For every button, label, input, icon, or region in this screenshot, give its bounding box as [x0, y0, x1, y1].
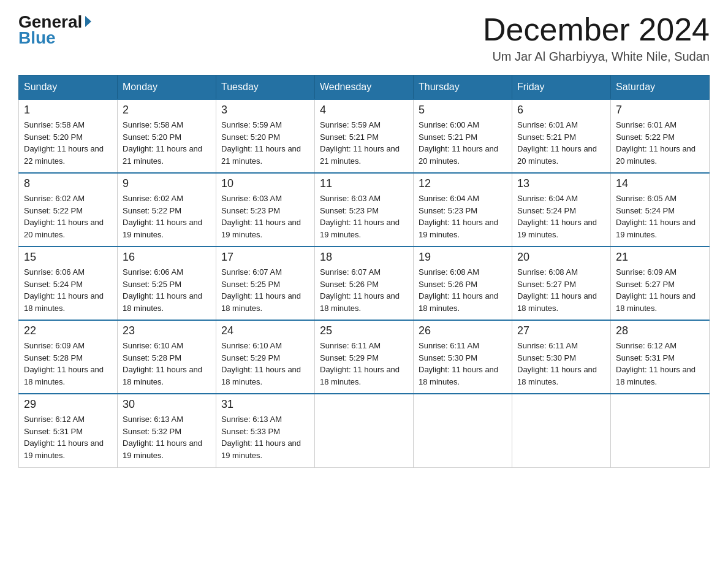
- day-info: Sunrise: 6:08 AMSunset: 5:27 PMDaylight:…: [517, 266, 605, 314]
- day-number: 24: [221, 324, 309, 337]
- col-header-monday: Monday: [118, 75, 216, 100]
- calendar-cell: 3Sunrise: 5:59 AMSunset: 5:20 PMDaylight…: [216, 99, 315, 173]
- day-info: Sunrise: 6:09 AMSunset: 5:27 PMDaylight:…: [616, 266, 704, 314]
- month-title: December 2024: [483, 12, 710, 47]
- week-row-4: 22Sunrise: 6:09 AMSunset: 5:28 PMDayligh…: [19, 320, 710, 394]
- day-number: 30: [123, 398, 211, 411]
- calendar-cell: 17Sunrise: 6:07 AMSunset: 5:25 PMDayligh…: [216, 247, 315, 320]
- calendar-cell: 5Sunrise: 6:00 AMSunset: 5:21 PMDaylight…: [414, 99, 512, 173]
- week-row-2: 8Sunrise: 6:02 AMSunset: 5:22 PMDaylight…: [19, 173, 710, 247]
- day-number: 4: [320, 104, 408, 117]
- calendar-header-row: SundayMondayTuesdayWednesdayThursdayFrid…: [19, 75, 710, 100]
- day-number: 22: [24, 324, 112, 337]
- day-info: Sunrise: 6:00 AMSunset: 5:21 PMDaylight:…: [419, 119, 507, 167]
- day-info: Sunrise: 5:58 AMSunset: 5:20 PMDaylight:…: [123, 119, 211, 167]
- day-info: Sunrise: 6:04 AMSunset: 5:24 PMDaylight:…: [517, 193, 605, 240]
- calendar-cell: 14Sunrise: 6:05 AMSunset: 5:24 PMDayligh…: [611, 173, 710, 247]
- col-header-sunday: Sunday: [19, 75, 118, 100]
- day-number: 8: [24, 177, 112, 190]
- calendar-cell: 15Sunrise: 6:06 AMSunset: 5:24 PMDayligh…: [19, 247, 118, 320]
- calendar-cell: 26Sunrise: 6:11 AMSunset: 5:30 PMDayligh…: [414, 320, 512, 394]
- day-info: Sunrise: 6:08 AMSunset: 5:26 PMDaylight:…: [419, 266, 507, 314]
- calendar-cell: 30Sunrise: 6:13 AMSunset: 5:32 PMDayligh…: [118, 394, 216, 467]
- day-number: 25: [320, 324, 408, 337]
- day-info: Sunrise: 6:11 AMSunset: 5:30 PMDaylight:…: [517, 340, 605, 388]
- week-row-1: 1Sunrise: 5:58 AMSunset: 5:20 PMDaylight…: [19, 99, 710, 173]
- day-info: Sunrise: 6:03 AMSunset: 5:23 PMDaylight:…: [320, 193, 408, 240]
- day-info: Sunrise: 6:10 AMSunset: 5:29 PMDaylight:…: [221, 340, 309, 388]
- calendar-table: SundayMondayTuesdayWednesdayThursdayFrid…: [18, 75, 710, 468]
- day-number: 7: [616, 104, 704, 117]
- calendar-cell: 31Sunrise: 6:13 AMSunset: 5:33 PMDayligh…: [216, 394, 315, 467]
- day-number: 23: [123, 324, 211, 337]
- day-number: 10: [221, 177, 309, 190]
- day-info: Sunrise: 6:10 AMSunset: 5:28 PMDaylight:…: [123, 340, 211, 388]
- logo-arrow-icon: [85, 16, 91, 27]
- logo-blue: Blue: [18, 28, 56, 48]
- day-number: 14: [616, 177, 704, 190]
- day-number: 20: [517, 251, 605, 264]
- calendar-cell: 13Sunrise: 6:04 AMSunset: 5:24 PMDayligh…: [512, 173, 611, 247]
- day-info: Sunrise: 6:09 AMSunset: 5:28 PMDaylight:…: [24, 340, 112, 388]
- calendar-cell: 22Sunrise: 6:09 AMSunset: 5:28 PMDayligh…: [19, 320, 118, 394]
- day-info: Sunrise: 6:04 AMSunset: 5:23 PMDaylight:…: [419, 193, 507, 240]
- col-header-thursday: Thursday: [414, 75, 512, 100]
- calendar-cell: 16Sunrise: 6:06 AMSunset: 5:25 PMDayligh…: [118, 247, 216, 320]
- col-header-saturday: Saturday: [611, 75, 710, 100]
- day-number: 11: [320, 177, 408, 190]
- title-section: December 2024 Um Jar Al Gharbiyya, White…: [483, 12, 710, 64]
- day-info: Sunrise: 6:05 AMSunset: 5:24 PMDaylight:…: [616, 193, 704, 240]
- day-number: 21: [616, 251, 704, 264]
- calendar-cell: 1Sunrise: 5:58 AMSunset: 5:20 PMDaylight…: [19, 99, 118, 173]
- day-number: 31: [221, 398, 309, 411]
- calendar-cell: 18Sunrise: 6:07 AMSunset: 5:26 PMDayligh…: [315, 247, 414, 320]
- day-info: Sunrise: 5:59 AMSunset: 5:20 PMDaylight:…: [221, 119, 309, 167]
- day-info: Sunrise: 6:06 AMSunset: 5:25 PMDaylight:…: [123, 266, 211, 314]
- day-info: Sunrise: 6:07 AMSunset: 5:25 PMDaylight:…: [221, 266, 309, 314]
- calendar-cell: 6Sunrise: 6:01 AMSunset: 5:21 PMDaylight…: [512, 99, 611, 173]
- calendar-cell: 23Sunrise: 6:10 AMSunset: 5:28 PMDayligh…: [118, 320, 216, 394]
- day-info: Sunrise: 6:11 AMSunset: 5:30 PMDaylight:…: [419, 340, 507, 388]
- day-info: Sunrise: 6:01 AMSunset: 5:22 PMDaylight:…: [616, 119, 704, 167]
- day-number: 5: [419, 104, 507, 117]
- day-number: 12: [419, 177, 507, 190]
- day-info: Sunrise: 6:02 AMSunset: 5:22 PMDaylight:…: [123, 193, 211, 240]
- calendar-cell: 28Sunrise: 6:12 AMSunset: 5:31 PMDayligh…: [611, 320, 710, 394]
- calendar-cell: [315, 394, 414, 467]
- day-number: 2: [123, 104, 211, 117]
- calendar-cell: 24Sunrise: 6:10 AMSunset: 5:29 PMDayligh…: [216, 320, 315, 394]
- col-header-tuesday: Tuesday: [216, 75, 315, 100]
- day-info: Sunrise: 6:02 AMSunset: 5:22 PMDaylight:…: [24, 193, 112, 240]
- calendar-cell: 4Sunrise: 5:59 AMSunset: 5:21 PMDaylight…: [315, 99, 414, 173]
- day-number: 13: [517, 177, 605, 190]
- day-info: Sunrise: 6:12 AMSunset: 5:31 PMDaylight:…: [616, 340, 704, 388]
- day-info: Sunrise: 6:06 AMSunset: 5:24 PMDaylight:…: [24, 266, 112, 314]
- logo: General Blue: [18, 12, 91, 48]
- week-row-5: 29Sunrise: 6:12 AMSunset: 5:31 PMDayligh…: [19, 394, 710, 467]
- day-info: Sunrise: 6:13 AMSunset: 5:32 PMDaylight:…: [123, 413, 211, 461]
- day-info: Sunrise: 5:58 AMSunset: 5:20 PMDaylight:…: [24, 119, 112, 167]
- day-number: 15: [24, 251, 112, 264]
- col-header-friday: Friday: [512, 75, 611, 100]
- week-row-3: 15Sunrise: 6:06 AMSunset: 5:24 PMDayligh…: [19, 247, 710, 320]
- day-number: 1: [24, 104, 112, 117]
- day-number: 9: [123, 177, 211, 190]
- day-number: 18: [320, 251, 408, 264]
- day-info: Sunrise: 6:11 AMSunset: 5:29 PMDaylight:…: [320, 340, 408, 388]
- calendar-cell: 29Sunrise: 6:12 AMSunset: 5:31 PMDayligh…: [19, 394, 118, 467]
- calendar-cell: 10Sunrise: 6:03 AMSunset: 5:23 PMDayligh…: [216, 173, 315, 247]
- calendar-cell: 7Sunrise: 6:01 AMSunset: 5:22 PMDaylight…: [611, 99, 710, 173]
- calendar-cell: [512, 394, 611, 467]
- calendar-cell: [414, 394, 512, 467]
- day-info: Sunrise: 6:12 AMSunset: 5:31 PMDaylight:…: [24, 413, 112, 461]
- day-info: Sunrise: 5:59 AMSunset: 5:21 PMDaylight:…: [320, 119, 408, 167]
- calendar-cell: 19Sunrise: 6:08 AMSunset: 5:26 PMDayligh…: [414, 247, 512, 320]
- calendar-cell: 27Sunrise: 6:11 AMSunset: 5:30 PMDayligh…: [512, 320, 611, 394]
- col-header-wednesday: Wednesday: [315, 75, 414, 100]
- calendar-cell: [611, 394, 710, 467]
- day-number: 17: [221, 251, 309, 264]
- calendar-cell: 8Sunrise: 6:02 AMSunset: 5:22 PMDaylight…: [19, 173, 118, 247]
- day-info: Sunrise: 6:13 AMSunset: 5:33 PMDaylight:…: [221, 413, 309, 461]
- day-number: 27: [517, 324, 605, 337]
- day-number: 19: [419, 251, 507, 264]
